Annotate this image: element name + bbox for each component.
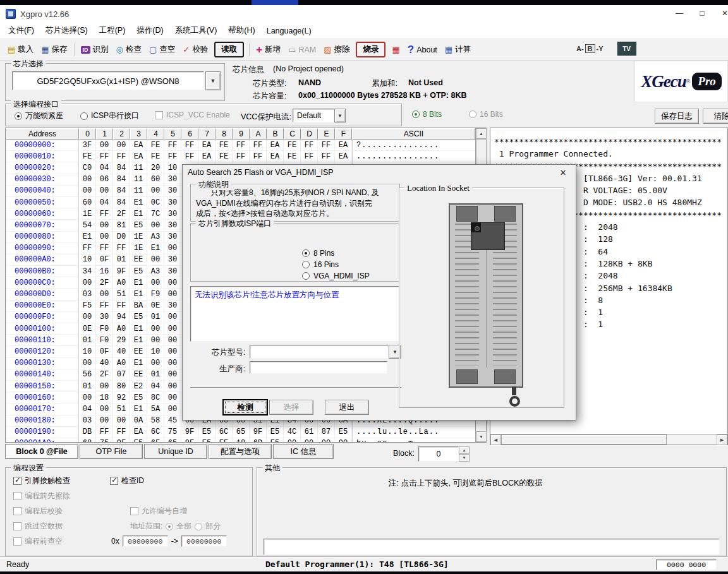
hex-byte-cell[interactable]: 60 — [147, 174, 164, 185]
close-button[interactable]: ✕ — [714, 6, 728, 21]
hex-byte-cell[interactable]: 30 — [164, 174, 181, 185]
hex-byte-cell[interactable]: F9 — [147, 289, 164, 299]
hex-byte-cell[interactable]: FF — [301, 140, 318, 150]
hex-byte-cell[interactable]: 30 — [164, 232, 181, 242]
hex-byte-cell[interactable]: FE — [79, 151, 96, 162]
pin-option-3[interactable]: VGA_HDMI_ISP — [302, 270, 370, 282]
hex-byte-cell[interactable]: FF — [233, 151, 250, 162]
hex-byte-cell[interactable]: 40 — [113, 346, 130, 357]
hex-byte-cell[interactable]: 00 — [96, 381, 113, 392]
menu-item-5[interactable]: 系统工具(V) — [169, 23, 223, 39]
address-from-input[interactable] — [123, 535, 168, 547]
hex-byte-cell[interactable]: 84 — [113, 197, 130, 208]
hex-byte-cell[interactable]: 00 — [79, 277, 96, 288]
hex-byte-cell[interactable]: 61 — [301, 427, 318, 438]
hex-byte-cell[interactable]: 84 — [113, 174, 130, 185]
hex-byte-cell[interactable]: 00 — [164, 369, 181, 380]
radio-universal-socket[interactable]: 万能锁紧座 — [15, 111, 63, 121]
hex-byte-cell[interactable]: FF — [96, 243, 113, 254]
hex-byte-cell[interactable]: FF — [96, 427, 113, 438]
hex-byte-cell[interactable]: 60 — [79, 197, 96, 208]
hex-byte-cell[interactable]: 00 — [284, 438, 301, 442]
logic-gate-icon[interactable]: A- B -Y — [576, 44, 604, 53]
hex-byte-cell[interactable]: FF — [79, 243, 96, 254]
hex-byte-cell[interactable]: 20 — [147, 162, 164, 173]
hex-ascii-cell[interactable]: ?............... — [352, 140, 475, 150]
maximize-button[interactable]: □ — [691, 6, 713, 21]
hex-ascii-cell[interactable]: ....lu..le..La.. — [352, 427, 475, 438]
hex-byte-cell[interactable]: 00 — [164, 404, 181, 414]
spin-down-icon[interactable]: ▼ — [459, 454, 470, 462]
hex-byte-cell[interactable]: EA — [198, 151, 215, 162]
hex-byte-cell[interactable]: EA — [335, 151, 352, 162]
toolbar-button-calculator[interactable]: ▦计算 — [441, 42, 475, 57]
hex-byte-cell[interactable]: FF — [301, 151, 318, 162]
chip-select-dropdown-icon[interactable]: ▼ — [205, 71, 221, 90]
hex-byte-cell[interactable]: 1E — [79, 208, 96, 219]
hex-byte-cell[interactable]: 30 — [96, 312, 113, 323]
hex-byte-cell[interactable]: 0A — [130, 416, 147, 426]
toolbar-button-check[interactable]: ◎检查 — [112, 42, 145, 57]
radio-8bits[interactable]: 8 Bits — [412, 110, 442, 119]
toolbar-button-add[interactable]: +新增 — [252, 42, 284, 57]
hex-byte-cell[interactable]: 00 — [79, 186, 96, 196]
hex-byte-cell[interactable]: 00 — [164, 335, 181, 345]
hex-byte-cell[interactable]: 92 — [113, 392, 130, 403]
hex-byte-cell[interactable]: 1E — [130, 243, 147, 254]
hex-byte-cell[interactable]: 00 — [96, 186, 113, 196]
log-horizontal-scrollbar[interactable]: ◀ ▶ — [490, 434, 727, 445]
hex-byte-cell[interactable]: E5 — [198, 427, 215, 438]
hex-byte-cell[interactable]: 00 — [96, 289, 113, 299]
hex-byte-cell[interactable]: 00 — [147, 277, 164, 288]
hex-byte-cell[interactable]: 0C — [147, 197, 164, 208]
hex-byte-cell[interactable]: 75 — [164, 427, 181, 438]
hex-byte-cell[interactable]: 9F — [113, 266, 130, 277]
hex-byte-cell[interactable]: FF — [164, 140, 181, 150]
hex-byte-cell[interactable]: 00 — [79, 392, 96, 403]
hex-byte-cell[interactable]: EE — [130, 346, 147, 357]
hex-byte-cell[interactable]: 30 — [164, 254, 181, 265]
hex-byte-cell[interactable]: FF — [113, 301, 130, 311]
hex-byte-cell[interactable]: C0 — [79, 162, 96, 173]
toolbar-button-read[interactable]: 读取 — [214, 42, 244, 57]
hex-byte-cell[interactable]: 03 — [79, 416, 96, 426]
hex-byte-cell[interactable]: 87 — [318, 427, 335, 438]
hex-byte-cell[interactable]: EA — [267, 151, 284, 162]
hex-byte-cell[interactable]: 01 — [79, 335, 96, 345]
checkbox-erase-before[interactable]: 编程前先擦除 — [13, 491, 70, 501]
hex-byte-cell[interactable]: 2F — [96, 369, 113, 380]
hex-byte-cell[interactable]: F5 — [79, 301, 96, 311]
hex-byte-cell[interactable]: FE — [215, 151, 233, 162]
hex-byte-cell[interactable]: 9F — [250, 427, 267, 438]
hex-byte-cell[interactable]: FF — [233, 140, 250, 150]
hex-byte-cell[interactable]: A0 — [113, 277, 130, 288]
hex-byte-cell[interactable]: E5 — [198, 438, 215, 442]
hex-byte-cell[interactable]: 00 — [164, 358, 181, 369]
hex-byte-cell[interactable]: A0 — [113, 323, 130, 334]
hex-byte-cell[interactable]: 00 — [96, 416, 113, 426]
toolbar-button-save[interactable]: ▦保存 — [37, 42, 71, 57]
hex-byte-cell[interactable]: 10 — [147, 346, 164, 357]
pin-option-1[interactable]: 8 Pins — [302, 248, 370, 259]
hex-byte-cell[interactable]: E1 — [130, 208, 147, 219]
hex-byte-cell[interactable]: 11 — [130, 162, 147, 173]
hex-byte-cell[interactable]: FF — [164, 151, 181, 162]
hex-byte-cell[interactable]: FE — [215, 140, 233, 150]
hex-byte-cell[interactable]: EE — [215, 438, 233, 442]
hex-byte-cell[interactable]: E1 — [130, 358, 147, 369]
hex-byte-cell[interactable]: EA — [130, 427, 147, 438]
hex-byte-cell[interactable]: 5A — [147, 404, 164, 414]
menu-item-1[interactable]: 文件(F) — [3, 23, 40, 39]
dialog-close-icon[interactable]: ✕ — [554, 166, 572, 179]
menu-item-6[interactable]: 帮助(H) — [222, 23, 260, 39]
hex-byte-cell[interactable]: 00 — [335, 438, 352, 442]
vcc-dropdown-icon[interactable]: ▼ — [334, 109, 346, 123]
hex-byte-cell[interactable]: FF — [96, 151, 113, 162]
menu-item-4[interactable]: 操作(D) — [131, 23, 169, 39]
hex-byte-cell[interactable]: 00 — [96, 220, 113, 230]
hex-byte-cell[interactable]: 00 — [164, 312, 181, 323]
hex-byte-cell[interactable]: 04 — [79, 404, 96, 414]
toolbar-button-verify[interactable]: ✓校验 — [179, 42, 212, 57]
hex-byte-cell[interactable]: E5 — [130, 220, 147, 230]
hex-byte-cell[interactable]: 45 — [164, 416, 181, 426]
